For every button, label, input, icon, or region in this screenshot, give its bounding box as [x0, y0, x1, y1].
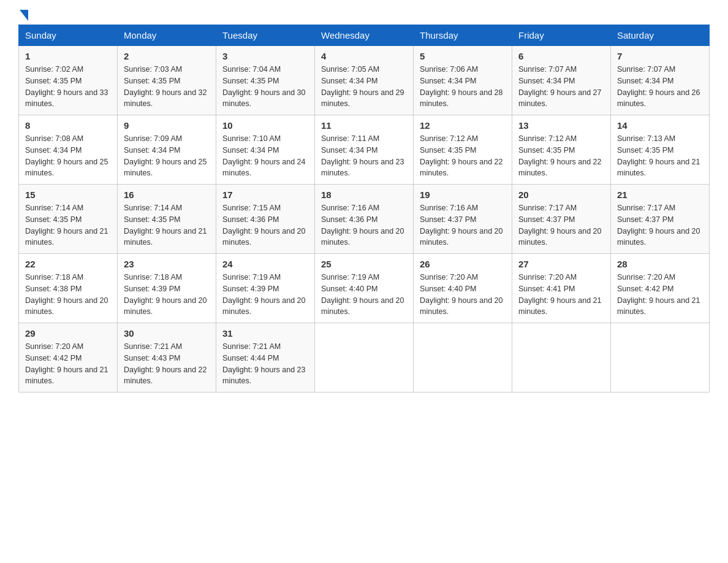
- day-number: 10: [222, 120, 308, 131]
- day-number: 26: [420, 259, 506, 269]
- day-number: 27: [518, 259, 604, 269]
- calendar-day-cell: 1Sunrise: 7:02 AMSunset: 4:35 PMDaylight…: [19, 46, 118, 115]
- calendar-day-cell: 19Sunrise: 7:16 AMSunset: 4:37 PMDayligh…: [414, 185, 512, 254]
- day-sun-info: Sunrise: 7:15 AMSunset: 4:36 PMDaylight:…: [222, 202, 308, 248]
- day-number: 16: [124, 190, 210, 200]
- calendar-day-cell: 20Sunrise: 7:17 AMSunset: 4:37 PMDayligh…: [512, 185, 611, 254]
- day-number: 12: [420, 120, 506, 131]
- day-sun-info: Sunrise: 7:09 AMSunset: 4:34 PMDaylight:…: [124, 133, 210, 179]
- calendar-day-cell: 12Sunrise: 7:12 AMSunset: 4:35 PMDayligh…: [414, 115, 512, 185]
- calendar-day-cell: 29Sunrise: 7:20 AMSunset: 4:42 PMDayligh…: [19, 323, 118, 393]
- calendar-week-row: 1Sunrise: 7:02 AMSunset: 4:35 PMDaylight…: [19, 46, 710, 115]
- calendar-day-cell: 4Sunrise: 7:05 AMSunset: 4:34 PMDaylight…: [315, 46, 414, 115]
- day-number: 25: [321, 259, 407, 269]
- calendar-day-cell: [315, 323, 414, 393]
- calendar-table: SundayMondayTuesdayWednesdayThursdayFrid…: [18, 25, 710, 393]
- calendar-day-cell: 21Sunrise: 7:17 AMSunset: 4:37 PMDayligh…: [611, 185, 710, 254]
- calendar-day-cell: 5Sunrise: 7:06 AMSunset: 4:34 PMDaylight…: [414, 46, 512, 115]
- calendar-day-cell: 13Sunrise: 7:12 AMSunset: 4:35 PMDayligh…: [512, 115, 611, 185]
- calendar-day-cell: [611, 323, 710, 393]
- day-sun-info: Sunrise: 7:07 AMSunset: 4:34 PMDaylight:…: [518, 64, 604, 110]
- day-sun-info: Sunrise: 7:17 AMSunset: 4:37 PMDaylight:…: [518, 202, 604, 248]
- day-number: 17: [222, 190, 308, 200]
- calendar-week-row: 29Sunrise: 7:20 AMSunset: 4:42 PMDayligh…: [19, 323, 710, 393]
- day-sun-info: Sunrise: 7:02 AMSunset: 4:35 PMDaylight:…: [25, 64, 111, 110]
- day-number: 11: [321, 120, 407, 131]
- calendar-week-row: 15Sunrise: 7:14 AMSunset: 4:35 PMDayligh…: [19, 185, 710, 254]
- calendar-day-cell: 2Sunrise: 7:03 AMSunset: 4:35 PMDaylight…: [118, 46, 216, 115]
- day-number: 28: [617, 259, 703, 269]
- calendar-day-cell: 15Sunrise: 7:14 AMSunset: 4:35 PMDayligh…: [19, 185, 118, 254]
- calendar-body: 1Sunrise: 7:02 AMSunset: 4:35 PMDaylight…: [19, 46, 710, 393]
- day-number: 20: [518, 190, 604, 200]
- day-number: 23: [124, 259, 210, 269]
- calendar-day-cell: 22Sunrise: 7:18 AMSunset: 4:38 PMDayligh…: [19, 254, 118, 323]
- day-number: 30: [124, 328, 210, 339]
- calendar-day-cell: 3Sunrise: 7:04 AMSunset: 4:35 PMDaylight…: [216, 46, 315, 115]
- calendar-day-cell: 9Sunrise: 7:09 AMSunset: 4:34 PMDaylight…: [118, 115, 216, 185]
- day-sun-info: Sunrise: 7:03 AMSunset: 4:35 PMDaylight:…: [124, 64, 210, 110]
- day-sun-info: Sunrise: 7:19 AMSunset: 4:39 PMDaylight:…: [222, 272, 308, 318]
- day-number: 1: [25, 51, 111, 61]
- day-of-week-header: Saturday: [611, 25, 710, 46]
- day-number: 3: [222, 51, 308, 61]
- day-of-week-header: Friday: [512, 25, 611, 46]
- day-number: 31: [222, 328, 308, 339]
- calendar-header: SundayMondayTuesdayWednesdayThursdayFrid…: [19, 25, 710, 46]
- day-number: 29: [25, 328, 111, 339]
- logo: [18, 12, 28, 18]
- day-number: 8: [25, 120, 111, 131]
- day-sun-info: Sunrise: 7:14 AMSunset: 4:35 PMDaylight:…: [124, 202, 210, 248]
- day-number: 19: [420, 190, 506, 200]
- day-sun-info: Sunrise: 7:20 AMSunset: 4:40 PMDaylight:…: [420, 272, 506, 318]
- day-sun-info: Sunrise: 7:17 AMSunset: 4:37 PMDaylight:…: [617, 202, 703, 248]
- calendar-week-row: 22Sunrise: 7:18 AMSunset: 4:38 PMDayligh…: [19, 254, 710, 323]
- day-sun-info: Sunrise: 7:16 AMSunset: 4:36 PMDaylight:…: [321, 202, 407, 248]
- day-number: 4: [321, 51, 407, 61]
- calendar-day-cell: 26Sunrise: 7:20 AMSunset: 4:40 PMDayligh…: [414, 254, 512, 323]
- day-sun-info: Sunrise: 7:21 AMSunset: 4:44 PMDaylight:…: [222, 341, 308, 387]
- calendar-day-cell: 23Sunrise: 7:18 AMSunset: 4:39 PMDayligh…: [118, 254, 216, 323]
- page-header: [18, 12, 710, 18]
- day-sun-info: Sunrise: 7:06 AMSunset: 4:34 PMDaylight:…: [420, 64, 506, 110]
- logo-triangle-icon: [20, 10, 28, 21]
- calendar-day-cell: 11Sunrise: 7:11 AMSunset: 4:34 PMDayligh…: [315, 115, 414, 185]
- day-sun-info: Sunrise: 7:20 AMSunset: 4:41 PMDaylight:…: [518, 272, 604, 318]
- day-sun-info: Sunrise: 7:04 AMSunset: 4:35 PMDaylight:…: [222, 64, 308, 110]
- day-sun-info: Sunrise: 7:16 AMSunset: 4:37 PMDaylight:…: [420, 202, 506, 248]
- day-sun-info: Sunrise: 7:20 AMSunset: 4:42 PMDaylight:…: [25, 341, 111, 387]
- day-of-week-header: Sunday: [19, 25, 118, 46]
- day-sun-info: Sunrise: 7:11 AMSunset: 4:34 PMDaylight:…: [321, 133, 407, 179]
- calendar-day-cell: 8Sunrise: 7:08 AMSunset: 4:34 PMDaylight…: [19, 115, 118, 185]
- day-number: 18: [321, 190, 407, 200]
- calendar-day-cell: 24Sunrise: 7:19 AMSunset: 4:39 PMDayligh…: [216, 254, 315, 323]
- day-sun-info: Sunrise: 7:10 AMSunset: 4:34 PMDaylight:…: [222, 133, 308, 179]
- day-number: 13: [518, 120, 604, 131]
- day-sun-info: Sunrise: 7:18 AMSunset: 4:39 PMDaylight:…: [124, 272, 210, 318]
- day-of-week-header: Tuesday: [216, 25, 315, 46]
- calendar-day-cell: 31Sunrise: 7:21 AMSunset: 4:44 PMDayligh…: [216, 323, 315, 393]
- day-sun-info: Sunrise: 7:13 AMSunset: 4:35 PMDaylight:…: [617, 133, 703, 179]
- calendar-day-cell: 10Sunrise: 7:10 AMSunset: 4:34 PMDayligh…: [216, 115, 315, 185]
- calendar-day-cell: 7Sunrise: 7:07 AMSunset: 4:34 PMDaylight…: [611, 46, 710, 115]
- day-number: 5: [420, 51, 506, 61]
- calendar-day-cell: 14Sunrise: 7:13 AMSunset: 4:35 PMDayligh…: [611, 115, 710, 185]
- calendar-day-cell: 28Sunrise: 7:20 AMSunset: 4:42 PMDayligh…: [611, 254, 710, 323]
- day-sun-info: Sunrise: 7:19 AMSunset: 4:40 PMDaylight:…: [321, 272, 407, 318]
- day-sun-info: Sunrise: 7:07 AMSunset: 4:34 PMDaylight:…: [617, 64, 703, 110]
- day-number: 22: [25, 259, 111, 269]
- day-sun-info: Sunrise: 7:05 AMSunset: 4:34 PMDaylight:…: [321, 64, 407, 110]
- day-number: 24: [222, 259, 308, 269]
- day-number: 7: [617, 51, 703, 61]
- day-sun-info: Sunrise: 7:18 AMSunset: 4:38 PMDaylight:…: [25, 272, 111, 318]
- day-number: 9: [124, 120, 210, 131]
- day-number: 15: [25, 190, 111, 200]
- day-of-week-header: Wednesday: [315, 25, 414, 46]
- calendar-day-cell: 30Sunrise: 7:21 AMSunset: 4:43 PMDayligh…: [118, 323, 216, 393]
- calendar-day-cell: [512, 323, 611, 393]
- calendar-day-cell: [414, 323, 512, 393]
- calendar-day-cell: 18Sunrise: 7:16 AMSunset: 4:36 PMDayligh…: [315, 185, 414, 254]
- day-sun-info: Sunrise: 7:14 AMSunset: 4:35 PMDaylight:…: [25, 202, 111, 248]
- day-number: 21: [617, 190, 703, 200]
- calendar-day-cell: 17Sunrise: 7:15 AMSunset: 4:36 PMDayligh…: [216, 185, 315, 254]
